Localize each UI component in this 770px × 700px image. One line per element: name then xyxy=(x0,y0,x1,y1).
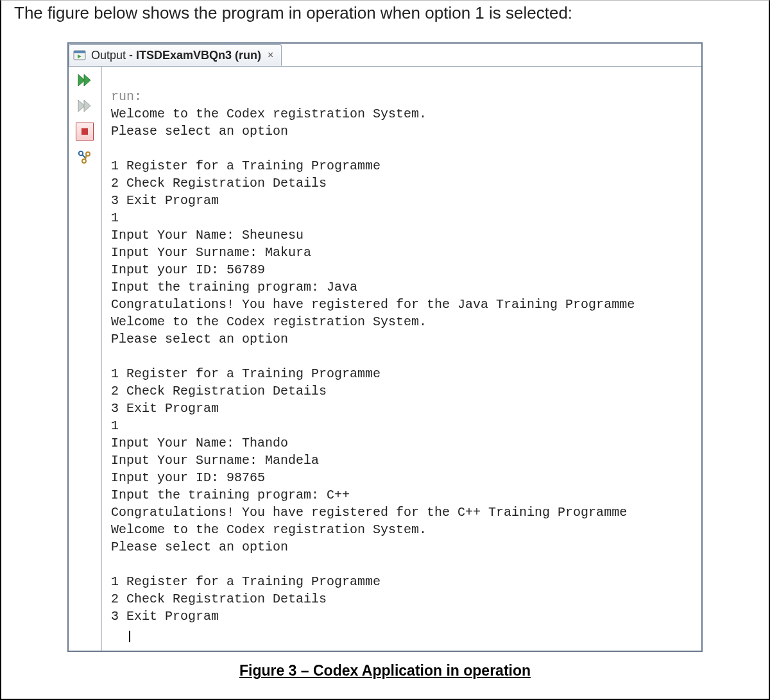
console-line: Congratulations! You have registered for… xyxy=(111,505,627,520)
console-output: run: Welcome to the Codex registration S… xyxy=(102,67,701,651)
console-line: Welcome to the Codex registration System… xyxy=(111,522,427,537)
svg-marker-4 xyxy=(84,74,90,86)
console-line: Input Your Name: Sheunesu xyxy=(111,228,304,243)
console-line: 3 Exit Program xyxy=(111,609,219,624)
wrench-settings-icon xyxy=(76,149,93,166)
double-play-grey-icon xyxy=(76,98,93,114)
console-line: Welcome to the Codex registration System… xyxy=(111,314,427,329)
tab-bar: Output - ITSDExamVBQn3 (run) × xyxy=(69,44,701,67)
console-line: Input Your Surname: Mandela xyxy=(111,453,319,468)
output-tab-icon xyxy=(73,49,86,62)
intro-text: The figure below shows the program in op… xyxy=(14,3,756,23)
console-line: 1 xyxy=(111,418,119,433)
output-window: Output - ITSDExamVBQn3 (run) × xyxy=(67,42,703,652)
console-line: Input your ID: 98765 xyxy=(111,470,265,485)
console-line: Congratulations! You have registered for… xyxy=(111,297,635,312)
console-line: Input Your Name: Thando xyxy=(111,436,288,450)
stop-icon xyxy=(76,123,94,141)
run-label: run: xyxy=(111,89,142,104)
svg-rect-1 xyxy=(74,51,85,53)
console-line: 1 Register for a Training Programme xyxy=(111,574,381,589)
console-line: Input the training program: C++ xyxy=(111,488,350,502)
console-line: 2 Check Registration Details xyxy=(111,384,327,398)
console-line: Please select an option xyxy=(111,332,288,346)
console-line: 1 Register for a Training Programme xyxy=(111,158,381,173)
console-line: Please select an option xyxy=(111,540,288,554)
svg-point-10 xyxy=(82,159,86,163)
console-line: Input Your Surname: Makura xyxy=(111,245,311,260)
figure-caption: Figure 3 – Codex Application in operatio… xyxy=(14,662,756,679)
console-line: 1 Register for a Training Programme xyxy=(111,366,381,381)
console-line: Welcome to the Codex registration System… xyxy=(111,107,427,121)
console-line: Input your ID: 56789 xyxy=(111,262,265,277)
rerun-alt-button[interactable] xyxy=(75,96,94,115)
console-line: 2 Check Registration Details xyxy=(111,176,327,191)
svg-line-11 xyxy=(85,156,87,160)
ant-settings-button[interactable] xyxy=(75,148,94,167)
console-line: Please select an option xyxy=(111,124,288,139)
output-gutter xyxy=(69,67,102,651)
svg-marker-6 xyxy=(84,100,90,112)
output-tab-title: Output - ITSDExamVBQn3 (run) xyxy=(91,49,261,62)
console-line: 3 Exit Program xyxy=(111,401,219,416)
svg-point-9 xyxy=(86,152,90,156)
close-icon[interactable]: × xyxy=(266,49,275,61)
rerun-button[interactable] xyxy=(75,71,94,90)
console-line: Input the training program: Java xyxy=(111,280,357,295)
console-line: 1 xyxy=(111,210,119,225)
stop-button[interactable] xyxy=(75,122,94,141)
console-line: 2 Check Registration Details xyxy=(111,592,327,606)
output-tab[interactable]: Output - ITSDExamVBQn3 (run) × xyxy=(69,44,282,66)
double-play-green-icon xyxy=(76,72,93,89)
text-caret xyxy=(129,631,130,642)
console-line: 3 Exit Program xyxy=(111,193,219,208)
